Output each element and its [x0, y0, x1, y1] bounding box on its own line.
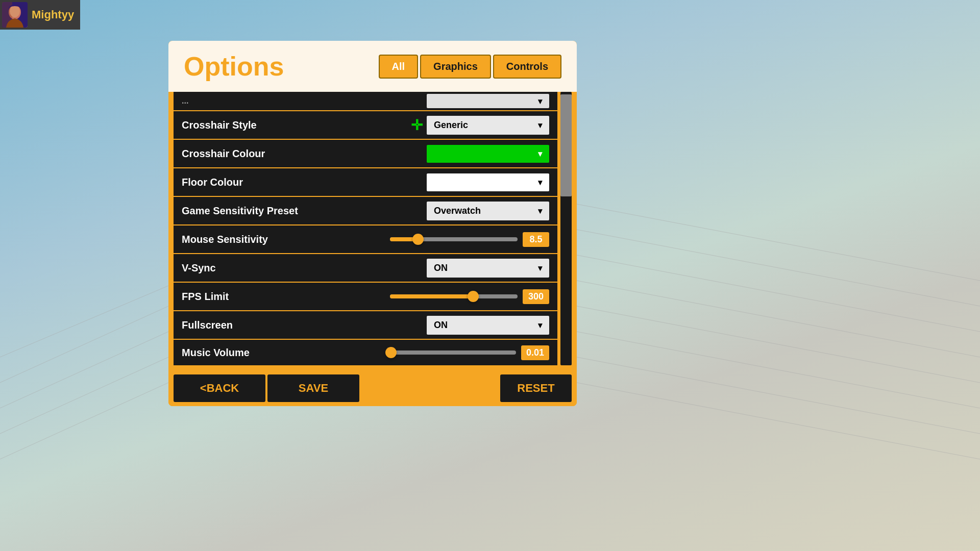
fullscreen-control: ON ▾ [345, 316, 549, 335]
floor-colour-dropdown[interactable]: ▾ [427, 173, 549, 191]
vsync-label: V-Sync [182, 262, 345, 274]
svg-line-9 [577, 306, 980, 383]
partial-dropdown[interactable]: ▾ [427, 94, 549, 108]
crosshair-style-dropdown[interactable]: Generic ▾ [427, 116, 549, 135]
fullscreen-arrow: ▾ [538, 320, 542, 330]
fps-limit-fill [390, 294, 473, 298]
tab-all[interactable]: All [379, 55, 419, 79]
floor-colour-arrow: ▾ [538, 178, 542, 187]
partial-row: ... ▾ [174, 92, 557, 110]
crosshair-style-value: Generic [434, 120, 468, 131]
mouse-sensitivity-thumb[interactable] [412, 234, 424, 245]
mouse-sensitivity-value: 8.5 [523, 232, 549, 247]
crosshair-colour-row: Crosshair Colour ▾ [174, 140, 557, 167]
tab-controls[interactable]: Controls [493, 55, 561, 79]
music-volume-label: Music Volume [182, 347, 345, 359]
svg-line-7 [577, 255, 980, 332]
sensitivity-preset-row: Game Sensitivity Preset Overwatch ▾ [174, 197, 557, 224]
mouse-sensitivity-row: Mouse Sensitivity 8.5 [174, 226, 557, 253]
svg-line-4 [0, 383, 168, 459]
vsync-arrow: ▾ [538, 263, 542, 273]
save-button[interactable]: SAVE [267, 374, 359, 402]
username-label: Mightyy [32, 8, 74, 21]
vsync-row: V-Sync ON ▾ [174, 254, 557, 282]
fps-limit-label: FPS Limit [182, 291, 345, 303]
options-panel: Options All Graphics Controls ... ▾ Cro [168, 41, 577, 406]
mouse-sensitivity-slider-container: 8.5 [345, 232, 549, 247]
mouse-sensitivity-control: 8.5 [345, 232, 549, 247]
crosshair-style-control: ✛ Generic ▾ [345, 116, 549, 135]
sensitivity-preset-dropdown[interactable]: Overwatch ▾ [427, 202, 549, 220]
partial-label: ... [182, 96, 345, 106]
fps-limit-track[interactable] [390, 294, 518, 298]
fullscreen-label: Fullscreen [182, 319, 345, 331]
fullscreen-value: ON [434, 320, 448, 331]
crosshair-style-arrow: ▾ [538, 120, 542, 130]
svg-line-11 [577, 357, 980, 434]
tab-graphics[interactable]: Graphics [420, 55, 491, 79]
mouse-sensitivity-track[interactable] [390, 237, 518, 241]
music-volume-value: 0.01 [521, 345, 549, 360]
reset-button[interactable]: RESET [500, 374, 572, 402]
back-button[interactable]: <BACK [174, 374, 265, 402]
vsync-value: ON [434, 263, 448, 273]
panel-title: Options [184, 51, 284, 82]
svg-point-16 [10, 5, 20, 17]
crosshair-style-row: Crosshair Style ✛ Generic ▾ [174, 111, 557, 139]
music-volume-control: 0.01 [345, 345, 549, 360]
svg-line-8 [577, 281, 980, 357]
crosshair-colour-control: ▾ [345, 145, 549, 163]
sensitivity-preset-control: Overwatch ▾ [345, 202, 549, 220]
music-volume-track[interactable] [388, 350, 516, 355]
scrollbar[interactable] [560, 92, 572, 365]
svg-line-6 [577, 230, 980, 306]
svg-line-3 [0, 357, 168, 434]
avatar [2, 2, 28, 28]
settings-list: ... ▾ Crosshair Style ✛ Generic ▾ [174, 92, 557, 365]
sensitivity-preset-label: Game Sensitivity Preset [182, 205, 345, 217]
panel-content: ... ▾ Crosshair Style ✛ Generic ▾ [168, 92, 577, 370]
svg-line-12 [577, 383, 980, 459]
fullscreen-dropdown[interactable]: ON ▾ [427, 316, 549, 335]
music-volume-row: Music Volume 0.01 [174, 340, 557, 365]
bottom-buttons: <BACK SAVE RESET [168, 370, 577, 406]
crosshair-colour-arrow: ▾ [538, 149, 542, 159]
crosshair-colour-dropdown[interactable]: ▾ [427, 145, 549, 163]
svg-line-5 [577, 204, 980, 281]
panel-header: Options All Graphics Controls [168, 41, 577, 92]
sensitivity-preset-arrow: ▾ [538, 206, 542, 216]
vsync-dropdown[interactable]: ON ▾ [427, 259, 549, 278]
fps-limit-control: 300 [345, 289, 549, 304]
partial-control: ▾ [345, 94, 549, 108]
crosshair-plus-icon: ✛ [411, 117, 423, 134]
floor-colour-row: Floor Colour ▾ [174, 168, 557, 196]
music-volume-thumb[interactable] [385, 347, 397, 358]
fullscreen-row: Fullscreen ON ▾ [174, 311, 557, 339]
svg-line-0 [0, 286, 168, 357]
fps-limit-thumb[interactable] [468, 291, 479, 302]
sensitivity-preset-value: Overwatch [434, 206, 481, 216]
floor-colour-control: ▾ [345, 173, 549, 191]
user-bar: Mightyy [0, 0, 80, 30]
fps-limit-slider-container: 300 [345, 289, 549, 304]
floor-colour-label: Floor Colour [182, 177, 345, 188]
mouse-sensitivity-label: Mouse Sensitivity [182, 234, 345, 245]
vsync-control: ON ▾ [345, 259, 549, 278]
svg-line-10 [577, 332, 980, 408]
music-volume-slider-container: 0.01 [345, 345, 549, 360]
crosshair-style-label: Crosshair Style [182, 119, 345, 131]
fps-limit-row: FPS Limit 300 [174, 283, 557, 310]
tab-buttons: All Graphics Controls [379, 55, 561, 79]
fps-limit-value: 300 [523, 289, 549, 304]
crosshair-colour-label: Crosshair Colour [182, 148, 345, 160]
svg-line-1 [0, 306, 168, 383]
scrollbar-thumb[interactable] [560, 94, 572, 196]
svg-line-2 [0, 332, 168, 408]
